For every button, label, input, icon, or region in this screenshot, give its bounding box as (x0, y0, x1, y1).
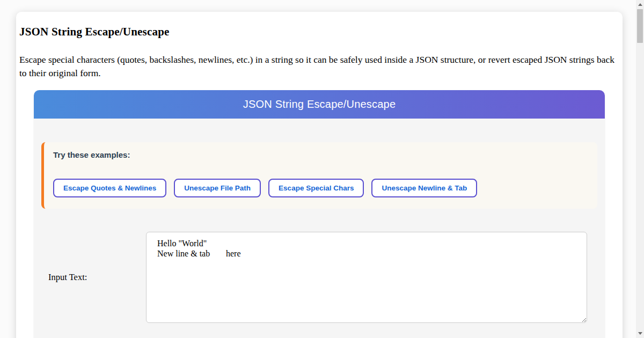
example-button-unescape-file-path[interactable]: Unescape File Path (174, 179, 261, 197)
examples-button-row: Escape Quotes & Newlines Unescape File P… (53, 179, 588, 197)
example-button-unescape-newline-tab[interactable]: Unescape Newline & Tab (371, 179, 477, 197)
input-textarea[interactable]: Hello "World" New line & tab here (146, 232, 587, 323)
tool-body: Try these examples: Escape Quotes & Newl… (34, 119, 605, 338)
example-button-escape-quotes-newlines[interactable]: Escape Quotes & Newlines (53, 179, 166, 197)
scrollbar-thumb[interactable] (637, 9, 643, 43)
tool-card: JSON String Escape/Unescape Try these ex… (34, 90, 605, 338)
scrollbar-up-arrow-icon[interactable] (638, 3, 642, 6)
browser-scrollbar[interactable] (636, 0, 644, 338)
tool-header-title: JSON String Escape/Unescape (243, 98, 396, 111)
tool-header: JSON String Escape/Unescape (34, 90, 605, 119)
input-row: Input Text: Hello "World" New line & tab… (48, 232, 597, 323)
examples-panel: Try these examples: Escape Quotes & Newl… (41, 142, 597, 209)
example-button-escape-special-chars[interactable]: Escape Special Chars (268, 179, 364, 197)
examples-heading: Try these examples: (53, 150, 588, 160)
page-title: JSON String Escape/Unescape (19, 25, 619, 39)
page-description: Escape special characters (quotes, backs… (19, 53, 619, 79)
scrollbar-down-arrow-icon[interactable] (638, 332, 642, 335)
content-card: JSON String Escape/Unescape Escape speci… (16, 12, 623, 338)
input-text-label: Input Text: (48, 272, 146, 283)
